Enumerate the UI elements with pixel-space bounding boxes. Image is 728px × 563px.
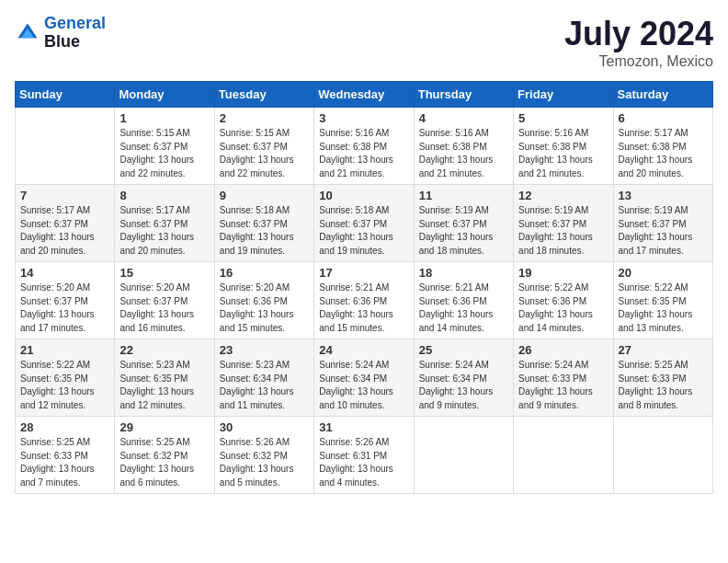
daylight-text-1: Daylight: 13 hours: [119, 154, 209, 167]
sunrise-text: Sunrise: 5:16 AM: [419, 127, 508, 141]
daylight-text-2: and 7 minutes.: [20, 477, 109, 490]
daylight-text-1: Daylight: 13 hours: [619, 231, 708, 245]
calendar-cell: 5Sunrise: 5:16 AMSunset: 6:38 PMDaylight…: [514, 108, 613, 185]
day-number: 18: [419, 266, 508, 280]
daylight-text-2: and 14 minutes.: [518, 322, 608, 336]
sunset-text: Sunset: 6:36 PM: [518, 295, 608, 309]
sunrise-text: Sunrise: 5:15 AM: [119, 127, 209, 141]
calendar-week-row: 21Sunrise: 5:22 AMSunset: 6:35 PMDayligh…: [16, 339, 713, 417]
weekday-header: Thursday: [414, 82, 513, 108]
sunset-text: Sunset: 6:31 PM: [319, 450, 408, 464]
calendar-cell: 1Sunrise: 5:15 AMSunset: 6:37 PMDaylight…: [115, 108, 214, 185]
daylight-text-2: and 17 minutes.: [20, 322, 109, 336]
daylight-text-1: Daylight: 13 hours: [119, 308, 209, 322]
sunset-text: Sunset: 6:37 PM: [518, 218, 608, 232]
weekday-header: Wednesday: [314, 82, 414, 108]
day-number: 12: [518, 189, 608, 202]
sunrise-text: Sunrise: 5:20 AM: [220, 282, 309, 295]
day-number: 13: [619, 189, 708, 202]
day-info: Sunrise: 5:21 AMSunset: 6:36 PMDaylight:…: [419, 282, 508, 335]
calendar-cell: 28Sunrise: 5:25 AMSunset: 6:33 PMDayligh…: [16, 417, 115, 494]
calendar-cell: 9Sunrise: 5:18 AMSunset: 6:37 PMDaylight…: [214, 185, 313, 262]
daylight-text-2: and 13 minutes.: [619, 322, 708, 336]
daylight-text-1: Daylight: 13 hours: [220, 385, 309, 399]
day-info: Sunrise: 5:16 AMSunset: 6:38 PMDaylight:…: [419, 127, 508, 180]
calendar-cell: 7Sunrise: 5:17 AMSunset: 6:37 PMDaylight…: [16, 185, 115, 262]
day-info: Sunrise: 5:17 AMSunset: 6:37 PMDaylight:…: [119, 204, 209, 258]
sunrise-text: Sunrise: 5:24 AM: [419, 359, 508, 373]
daylight-text-1: Daylight: 13 hours: [419, 385, 508, 399]
day-number: 22: [119, 343, 209, 357]
daylight-text-1: Daylight: 13 hours: [20, 463, 109, 477]
daylight-text-2: and 19 minutes.: [319, 245, 408, 259]
weekday-header: Sunday: [16, 82, 115, 108]
day-info: Sunrise: 5:22 AMSunset: 6:35 PMDaylight:…: [619, 282, 708, 335]
calendar-cell: 3Sunrise: 5:16 AMSunset: 6:38 PMDaylight…: [314, 108, 414, 185]
day-info: Sunrise: 5:15 AMSunset: 6:37 PMDaylight:…: [220, 127, 309, 180]
day-number: 9: [220, 189, 309, 202]
sunrise-text: Sunrise: 5:19 AM: [518, 204, 608, 218]
sunset-text: Sunset: 6:36 PM: [419, 295, 508, 309]
sunset-text: Sunset: 6:37 PM: [319, 218, 408, 232]
calendar-week-row: 14Sunrise: 5:20 AMSunset: 6:37 PMDayligh…: [16, 262, 713, 339]
day-number: 28: [20, 420, 109, 434]
day-info: Sunrise: 5:16 AMSunset: 6:38 PMDaylight:…: [319, 127, 408, 180]
calendar-table: SundayMondayTuesdayWednesdayThursdayFrid…: [15, 81, 713, 494]
daylight-text-2: and 12 minutes.: [119, 399, 209, 413]
calendar-cell: 24Sunrise: 5:24 AMSunset: 6:34 PMDayligh…: [314, 339, 414, 417]
day-info: Sunrise: 5:22 AMSunset: 6:35 PMDaylight:…: [20, 359, 109, 412]
sunset-text: Sunset: 6:35 PM: [119, 373, 209, 386]
sunset-text: Sunset: 6:37 PM: [20, 295, 109, 309]
sunrise-text: Sunrise: 5:26 AM: [220, 436, 309, 450]
daylight-text-2: and 8 minutes.: [619, 399, 708, 413]
daylight-text-2: and 5 minutes.: [220, 477, 309, 490]
daylight-text-2: and 11 minutes.: [220, 399, 309, 413]
day-number: 25: [419, 343, 508, 357]
daylight-text-1: Daylight: 13 hours: [119, 231, 209, 245]
sunrise-text: Sunrise: 5:20 AM: [20, 282, 109, 295]
daylight-text-1: Daylight: 13 hours: [419, 308, 508, 322]
sunset-text: Sunset: 6:38 PM: [619, 141, 708, 155]
day-info: Sunrise: 5:19 AMSunset: 6:37 PMDaylight:…: [619, 204, 708, 258]
day-info: Sunrise: 5:20 AMSunset: 6:36 PMDaylight:…: [220, 282, 309, 335]
sunrise-text: Sunrise: 5:17 AM: [119, 204, 209, 218]
sunrise-text: Sunrise: 5:19 AM: [419, 204, 508, 218]
sunset-text: Sunset: 6:35 PM: [20, 373, 109, 386]
daylight-text-2: and 21 minutes.: [419, 167, 508, 181]
subtitle: Temozon, Mexico: [564, 53, 713, 70]
calendar-cell: [16, 108, 115, 185]
sunset-text: Sunset: 6:33 PM: [619, 373, 708, 386]
daylight-text-1: Daylight: 13 hours: [319, 308, 408, 322]
sunrise-text: Sunrise: 5:15 AM: [220, 127, 309, 141]
calendar-cell: 13Sunrise: 5:19 AMSunset: 6:37 PMDayligh…: [613, 185, 712, 262]
daylight-text-1: Daylight: 13 hours: [619, 308, 708, 322]
day-number: 7: [20, 189, 109, 202]
daylight-text-1: Daylight: 13 hours: [220, 463, 309, 477]
daylight-text-1: Daylight: 13 hours: [419, 154, 508, 167]
day-number: 30: [220, 420, 309, 434]
daylight-text-2: and 14 minutes.: [419, 322, 508, 336]
daylight-text-1: Daylight: 13 hours: [518, 385, 608, 399]
sunset-text: Sunset: 6:34 PM: [319, 373, 408, 386]
day-number: 1: [119, 111, 209, 125]
sunrise-text: Sunrise: 5:22 AM: [20, 359, 109, 373]
sunset-text: Sunset: 6:38 PM: [419, 141, 508, 155]
daylight-text-2: and 20 minutes.: [119, 245, 209, 259]
day-number: 21: [20, 343, 109, 357]
calendar-cell: 14Sunrise: 5:20 AMSunset: 6:37 PMDayligh…: [16, 262, 115, 339]
sunset-text: Sunset: 6:36 PM: [319, 295, 408, 309]
day-number: 3: [319, 111, 408, 125]
sunrise-text: Sunrise: 5:23 AM: [220, 359, 309, 373]
calendar-week-row: 28Sunrise: 5:25 AMSunset: 6:33 PMDayligh…: [16, 417, 713, 494]
daylight-text-2: and 15 minutes.: [220, 322, 309, 336]
daylight-text-2: and 21 minutes.: [319, 167, 408, 181]
logo-text: General Blue: [44, 15, 106, 52]
day-number: 8: [119, 189, 209, 202]
calendar-cell: 10Sunrise: 5:18 AMSunset: 6:37 PMDayligh…: [314, 185, 414, 262]
sunrise-text: Sunrise: 5:25 AM: [20, 436, 109, 450]
logo: General Blue: [15, 15, 106, 52]
sunset-text: Sunset: 6:38 PM: [319, 141, 408, 155]
sunrise-text: Sunrise: 5:22 AM: [619, 282, 708, 295]
daylight-text-2: and 9 minutes.: [419, 399, 508, 413]
main-title: July 2024: [564, 15, 713, 53]
